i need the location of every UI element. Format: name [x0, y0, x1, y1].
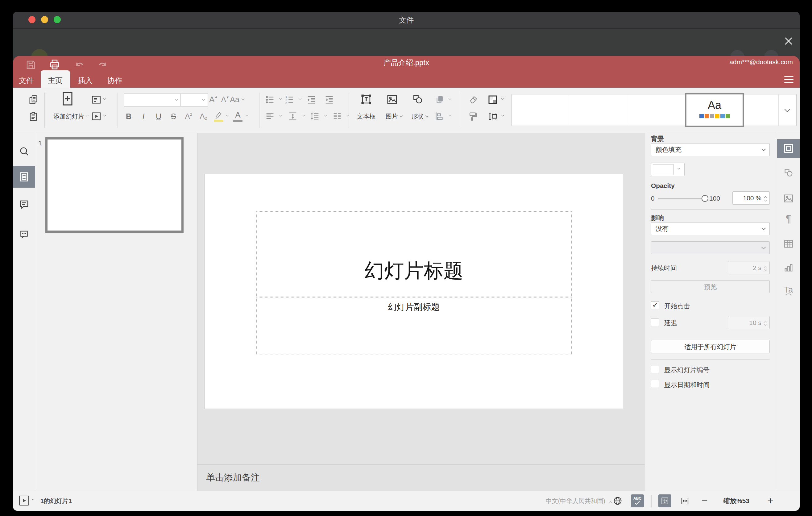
- decrease-font-icon[interactable]: A▼: [221, 95, 229, 104]
- horizontal-align-icon[interactable]: [265, 111, 275, 122]
- shape-icon[interactable]: [412, 93, 424, 105]
- comments-icon[interactable]: [19, 199, 30, 210]
- fill-color-icon[interactable]: [487, 94, 498, 105]
- fill-type-select[interactable]: 颜色填充: [651, 143, 770, 156]
- textbox-icon[interactable]: [360, 93, 372, 105]
- theme-option[interactable]: [512, 94, 570, 125]
- chat-icon[interactable]: [19, 228, 30, 239]
- zoom-out-button[interactable]: −: [701, 495, 708, 507]
- highlight-color-icon[interactable]: [214, 111, 223, 120]
- opacity-slider-track[interactable]: [658, 198, 705, 199]
- image-button[interactable]: 图片: [386, 112, 402, 121]
- arrange-icon[interactable]: [434, 94, 445, 105]
- tab-collaboration[interactable]: 协作: [107, 73, 122, 88]
- vertical-align-icon[interactable]: [288, 111, 298, 122]
- start-slideshow-icon[interactable]: [91, 111, 102, 122]
- delay-checkbox[interactable]: [651, 318, 659, 326]
- copy-style-icon[interactable]: [468, 111, 478, 122]
- opacity-value-spinbox[interactable]: 100 %: [732, 191, 770, 205]
- right-sidebar: ¶ Ta: [777, 133, 800, 491]
- apply-to-all-slides-button[interactable]: 适用于所有幻灯片: [651, 340, 770, 353]
- slide-layout-icon[interactable]: [91, 94, 102, 105]
- slide[interactable]: 幻灯片标题 幻灯片副标题: [205, 174, 623, 409]
- increase-font-icon[interactable]: A▲: [209, 95, 218, 104]
- start-on-click-label: 开始点击: [664, 302, 690, 311]
- effect-type-select-disabled: [651, 241, 770, 254]
- font-color-icon[interactable]: A: [235, 110, 240, 120]
- paragraph-settings-icon[interactable]: ¶: [786, 212, 791, 225]
- opacity-slider-handle[interactable]: [701, 195, 708, 202]
- textbox-button[interactable]: 文本框: [357, 112, 375, 121]
- background-label: 背景: [651, 135, 664, 143]
- theme-option[interactable]: [628, 94, 686, 125]
- close-icon[interactable]: [783, 36, 794, 46]
- language-button[interactable]: 中文(中华人民共和国): [546, 491, 605, 511]
- copy-icon[interactable]: [28, 94, 38, 105]
- font-name-select[interactable]: [124, 93, 181, 107]
- font-size-select[interactable]: [180, 93, 208, 107]
- add-slide-button[interactable]: 添加幻灯片: [53, 112, 89, 121]
- tab-home[interactable]: 主页: [48, 73, 63, 88]
- zoom-level: 缩放%53: [723, 496, 749, 505]
- underline-icon[interactable]: U: [156, 112, 161, 121]
- theme-option[interactable]: [570, 94, 628, 125]
- theme-option[interactable]: [744, 94, 779, 125]
- table-settings-icon[interactable]: [783, 238, 794, 249]
- image-settings-icon[interactable]: [783, 193, 794, 204]
- shape-button[interactable]: 形状: [411, 112, 428, 121]
- strikethrough-icon[interactable]: S: [171, 112, 176, 121]
- start-slideshow-status-icon[interactable]: [19, 496, 29, 506]
- macos-titlebar: 文件: [13, 12, 800, 29]
- start-on-click-checkbox[interactable]: [651, 301, 659, 309]
- thumbnails-panel: 1: [35, 133, 198, 491]
- globe-icon[interactable]: [613, 496, 622, 506]
- zoom-in-button[interactable]: +: [767, 495, 774, 507]
- superscript-icon[interactable]: A2: [185, 112, 192, 121]
- image-icon[interactable]: [386, 93, 398, 105]
- increase-indent-icon[interactable]: [324, 94, 335, 105]
- opacity-label: Opacity: [651, 182, 675, 190]
- title-placeholder[interactable]: [256, 211, 572, 297]
- search-icon[interactable]: [19, 146, 30, 157]
- slide-subtitle-text[interactable]: 幻灯片副标题: [205, 301, 623, 313]
- add-slide-icon[interactable]: [60, 91, 75, 106]
- slide-canvas: 幻灯片标题 幻灯片副标题: [198, 133, 645, 464]
- subscript-icon[interactable]: A2: [200, 112, 207, 121]
- slide-size-icon[interactable]: [487, 111, 498, 122]
- notes-area[interactable]: 单击添加备注: [198, 464, 645, 491]
- show-date-checkbox[interactable]: [651, 380, 659, 388]
- line-spacing-icon[interactable]: [310, 111, 320, 122]
- fit-width-icon[interactable]: [680, 496, 690, 506]
- bullet-list-icon[interactable]: [265, 94, 275, 105]
- menu-icon[interactable]: [784, 76, 793, 83]
- more-themes-icon[interactable]: [785, 109, 789, 111]
- show-slide-number-checkbox[interactable]: [651, 365, 659, 373]
- paste-icon[interactable]: [28, 111, 38, 122]
- clear-style-icon[interactable]: [468, 94, 479, 105]
- tab-insert[interactable]: 插入: [78, 73, 92, 88]
- shape-align-icon[interactable]: [434, 111, 445, 122]
- decrease-indent-icon[interactable]: [306, 94, 317, 105]
- effect-select[interactable]: 没有: [651, 222, 770, 235]
- slide-counter: 1的幻灯片1: [40, 491, 72, 511]
- bold-icon[interactable]: B: [126, 112, 132, 121]
- numbered-list-icon[interactable]: 123: [284, 94, 295, 105]
- chart-settings-icon[interactable]: [783, 262, 794, 273]
- change-case-icon[interactable]: Aa: [230, 95, 244, 104]
- italic-icon[interactable]: I: [143, 112, 145, 121]
- thumbnail-number: 1: [38, 140, 42, 147]
- app-window: 文件 产品介绍.pptx adm***@dootask.com 文件 主页 插入…: [13, 12, 800, 511]
- columns-icon[interactable]: [332, 111, 343, 122]
- theme-option-selected[interactable]: Aa: [685, 93, 744, 127]
- slide-thumbnail[interactable]: [45, 137, 183, 233]
- shape-settings-icon[interactable]: [783, 168, 794, 178]
- slide-title-text[interactable]: 幻灯片标题: [205, 257, 623, 284]
- duration-label: 持续时间: [651, 264, 677, 273]
- fill-color-swatch-button[interactable]: [651, 163, 685, 176]
- tab-file[interactable]: 文件: [19, 73, 34, 88]
- spellcheck-toggle[interactable]: ABC: [631, 494, 644, 507]
- fit-slide-toggle[interactable]: [658, 494, 671, 507]
- textart-settings-icon[interactable]: Ta: [784, 286, 793, 296]
- slide-settings-tab-active[interactable]: [777, 139, 800, 158]
- slides-panel-toggle-active[interactable]: [13, 166, 35, 188]
